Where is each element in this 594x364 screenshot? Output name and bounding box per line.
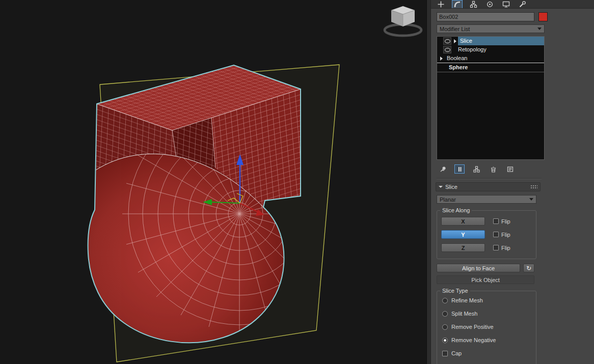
axis-row-x: X Flip bbox=[441, 217, 533, 226]
create-tab-icon[interactable] bbox=[436, 1, 446, 8]
visibility-toggle[interactable] bbox=[443, 37, 451, 45]
flip-label: Flip bbox=[501, 218, 510, 225]
slice-type-label: Slice Type bbox=[440, 288, 470, 294]
object-name-row bbox=[437, 12, 594, 21]
rollout-title: Slice bbox=[445, 184, 530, 190]
slice-type-group: Slice Type Refine Mesh Split Mesh Remove… bbox=[437, 291, 536, 364]
flip-label: Flip bbox=[501, 245, 510, 251]
modifier-stack[interactable]: Slice Retopology Boolean Sphere bbox=[437, 36, 545, 160]
panel-divider bbox=[437, 178, 542, 179]
option-cap[interactable]: Cap bbox=[442, 350, 533, 356]
utilities-tab-icon[interactable] bbox=[518, 1, 527, 8]
display-tab-icon[interactable] bbox=[501, 1, 511, 8]
configure-modifier-sets-icon[interactable] bbox=[505, 164, 515, 174]
stack-item-label: Boolean bbox=[445, 54, 469, 63]
pin-stack-icon[interactable] bbox=[438, 164, 448, 174]
modifier-list-dropdown[interactable]: Modifier List bbox=[437, 24, 545, 33]
pick-object-button[interactable]: Pick Object bbox=[437, 275, 534, 284]
stack-item-label: Retopology bbox=[456, 45, 489, 54]
radio-icon[interactable] bbox=[442, 311, 448, 317]
chevron-down-icon bbox=[537, 27, 542, 30]
viewport[interactable] bbox=[0, 0, 426, 364]
rollout-open-icon bbox=[439, 186, 443, 188]
slice-mode-value: Planar bbox=[440, 197, 529, 203]
stack-empty-area bbox=[437, 72, 544, 159]
modifier-list-label: Modifier List bbox=[440, 26, 537, 32]
slice-rollout: Slice Planar Slice Along X Flip Y Flip bbox=[436, 182, 541, 364]
option-label: Refine Mesh bbox=[451, 297, 483, 303]
option-label: Cap bbox=[451, 350, 462, 356]
eye-icon bbox=[445, 39, 450, 43]
axis-x-button[interactable]: X bbox=[441, 217, 485, 226]
align-row: Align to Face ↻ bbox=[437, 264, 541, 272]
option-refine-mesh[interactable]: Refine Mesh bbox=[442, 297, 533, 303]
slice-along-group: Slice Along X Flip Y Flip Z Flip bbox=[437, 210, 536, 259]
flip-z-checkbox[interactable] bbox=[493, 245, 499, 250]
viewport-canvas[interactable] bbox=[0, 0, 426, 364]
axis-z-button[interactable]: Z bbox=[441, 243, 485, 252]
chevron-down-icon bbox=[529, 198, 533, 201]
rollout-header-slice[interactable]: Slice bbox=[436, 182, 541, 191]
axis-y-button[interactable]: Y bbox=[441, 230, 485, 239]
app-window: Modifier List Slice Retopology Boolean S… bbox=[0, 0, 594, 364]
axis-row-z: Z Flip bbox=[441, 243, 533, 252]
expand-arrow-icon[interactable] bbox=[440, 57, 443, 61]
make-unique-icon[interactable] bbox=[471, 164, 481, 174]
command-panel: Modifier List Slice Retopology Boolean S… bbox=[431, 0, 594, 364]
stack-item-sphere[interactable]: Sphere bbox=[437, 63, 544, 72]
show-end-result-icon[interactable] bbox=[454, 164, 465, 174]
stack-item-label: Slice bbox=[458, 37, 544, 45]
option-remove-negative[interactable]: Remove Negative bbox=[442, 337, 533, 343]
stack-item-retopology[interactable]: Retopology bbox=[437, 45, 544, 54]
flip-x-checkbox[interactable] bbox=[493, 218, 499, 224]
drag-grip-icon[interactable] bbox=[530, 185, 537, 189]
radio-icon[interactable] bbox=[442, 324, 448, 330]
visibility-toggle[interactable] bbox=[443, 46, 451, 53]
option-label: Remove Negative bbox=[451, 337, 496, 343]
option-label: Remove Positive bbox=[451, 324, 494, 330]
stack-item-slice[interactable]: Slice bbox=[437, 37, 544, 45]
radio-icon[interactable] bbox=[442, 298, 448, 303]
motion-tab-icon[interactable] bbox=[485, 1, 495, 8]
object-name-input[interactable] bbox=[437, 12, 534, 21]
refresh-icon[interactable]: ↻ bbox=[523, 264, 534, 272]
hierarchy-tab-icon[interactable] bbox=[469, 1, 478, 8]
eye-icon bbox=[445, 48, 450, 52]
stack-item-boolean[interactable]: Boolean bbox=[437, 54, 544, 63]
slice-along-label: Slice Along bbox=[440, 207, 472, 213]
panel-splitter[interactable] bbox=[426, 0, 431, 364]
axis-row-y: Y Flip bbox=[441, 230, 533, 239]
align-to-face-button[interactable]: Align to Face bbox=[437, 264, 520, 272]
flip-label: Flip bbox=[501, 232, 510, 238]
expand-arrow-icon[interactable] bbox=[454, 39, 456, 43]
slice-mode-dropdown[interactable]: Planar bbox=[437, 195, 536, 204]
radio-checked-icon[interactable] bbox=[442, 338, 448, 343]
flip-y-checkbox[interactable] bbox=[493, 232, 499, 237]
cap-checkbox[interactable] bbox=[442, 351, 448, 356]
option-split-mesh[interactable]: Split Mesh bbox=[442, 311, 533, 317]
stack-item-label: Sphere bbox=[437, 63, 470, 72]
command-panel-tabs bbox=[431, 0, 594, 9]
remove-modifier-icon[interactable] bbox=[488, 164, 498, 174]
option-label: Split Mesh bbox=[451, 311, 477, 317]
object-color-swatch[interactable] bbox=[538, 12, 548, 21]
option-remove-positive[interactable]: Remove Positive bbox=[442, 324, 533, 330]
modify-tab-icon[interactable] bbox=[452, 1, 462, 8]
stack-toolbar bbox=[438, 164, 594, 174]
